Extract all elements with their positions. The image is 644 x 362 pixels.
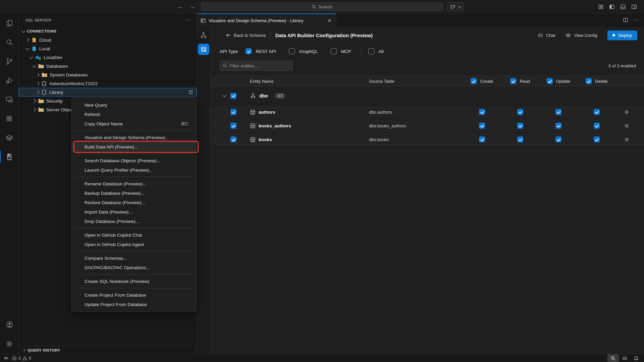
- notifications-bell[interactable]: [631, 354, 642, 362]
- entity-row-books[interactable]: books dbo.books: [210, 133, 644, 146]
- menu-item-visualize-design-schema[interactable]: Visualize and Design Schema (Preview)...: [72, 133, 196, 142]
- filter-entities-input[interactable]: [230, 63, 290, 68]
- remote-indicator-icon[interactable]: ><: [4, 356, 7, 361]
- update-checkbox[interactable]: [555, 136, 561, 142]
- api-option-rest[interactable]: REST API: [246, 48, 276, 54]
- run-debug-icon[interactable]: [0, 71, 19, 90]
- delete-checkbox[interactable]: [594, 109, 600, 115]
- mcp-checkbox[interactable]: [331, 48, 337, 54]
- menu-item-refresh[interactable]: Refresh: [72, 110, 196, 119]
- create-checkbox[interactable]: [479, 109, 485, 115]
- settings-gear-icon[interactable]: [0, 334, 19, 353]
- query-history-section[interactable]: QUERY HISTORY: [19, 346, 197, 354]
- account-icon[interactable]: [0, 315, 19, 334]
- customize-layout-icon[interactable]: [598, 4, 604, 10]
- data-api-view-button[interactable]: [198, 44, 209, 55]
- menu-item-drop-database[interactable]: Drop Database (Preview)...: [72, 217, 196, 226]
- tab-visualize-design-schema[interactable]: Visualize and Design Schema (Preview) - …: [197, 13, 336, 27]
- row-checkbox[interactable]: [230, 123, 236, 129]
- menu-item-copy-object-name[interactable]: Copy Object Name⌘C: [72, 119, 196, 128]
- api-option-graphql[interactable]: GraphQL: [289, 48, 318, 54]
- menu-item-open-copilot-chat[interactable]: Open in GitHub Copilot Chat: [72, 230, 196, 240]
- search-view-icon[interactable]: [0, 33, 19, 52]
- menu-item-create-sql-notebook[interactable]: Create SQL Notebook (Preview): [72, 277, 196, 286]
- menu-item-dacpac-bacpac[interactable]: DACPAC/BACPAC Operations...: [72, 263, 196, 272]
- row-settings-gear-icon[interactable]: [616, 137, 637, 142]
- editor-more-actions-icon[interactable]: ⋯: [633, 17, 639, 23]
- read-checkbox[interactable]: [517, 136, 523, 142]
- tree-item-system-databases[interactable]: System Databases: [19, 70, 197, 79]
- toggle-secondary-sidebar-icon[interactable]: [631, 4, 637, 10]
- problems-indicator[interactable]: 0 0: [12, 356, 31, 361]
- view-config-button[interactable]: View Config: [565, 32, 597, 38]
- delete-checkbox[interactable]: [594, 123, 600, 129]
- explorer-icon[interactable]: [0, 13, 19, 33]
- read-checkbox[interactable]: [517, 123, 523, 129]
- graphql-checkbox[interactable]: [289, 48, 295, 54]
- group-checkbox[interactable]: [230, 93, 236, 99]
- update-checkbox[interactable]: [555, 109, 561, 115]
- menu-item-search-database-objects[interactable]: Search Database Objects (Preview)...: [72, 156, 196, 165]
- create-checkbox[interactable]: [479, 136, 485, 142]
- schema-view-icon[interactable]: [200, 32, 207, 39]
- nav-forward-icon[interactable]: →: [190, 3, 196, 10]
- entity-row-authors[interactable]: authors dbo.authors: [210, 105, 644, 119]
- copilot-status[interactable]: [619, 354, 631, 362]
- copilot-chat-button[interactable]: [447, 2, 464, 11]
- menu-item-restore-database[interactable]: Restore Database (Preview)...: [72, 198, 196, 207]
- menu-item-import-data[interactable]: Import Data (Preview)...: [72, 207, 196, 217]
- api-option-all[interactable]: All: [368, 48, 384, 54]
- database-projects-icon[interactable]: [0, 147, 19, 166]
- all-checkbox[interactable]: [368, 48, 374, 54]
- toggle-sidebar-icon[interactable]: [609, 4, 615, 10]
- chat-button[interactable]: Chat: [537, 32, 555, 38]
- read-checkbox[interactable]: [517, 109, 523, 115]
- menu-item-rename-database[interactable]: Rename Database (Preview)...: [72, 179, 196, 188]
- extensions-icon[interactable]: [0, 109, 19, 128]
- nav-back-icon[interactable]: ←: [177, 3, 183, 10]
- update-checkbox[interactable]: [555, 123, 561, 129]
- source-control-icon[interactable]: [0, 52, 19, 71]
- update-all-checkbox[interactable]: [547, 78, 553, 84]
- tree-item-local[interactable]: Local: [19, 44, 197, 53]
- row-checkbox[interactable]: [230, 109, 236, 115]
- api-option-mcp[interactable]: MCP: [331, 48, 351, 54]
- toggle-panel-icon[interactable]: [620, 4, 626, 10]
- create-checkbox[interactable]: [479, 123, 485, 129]
- remote-sql-icon[interactable]: [0, 90, 19, 109]
- containers-icon[interactable]: [0, 128, 19, 147]
- delete-all-checkbox[interactable]: [586, 78, 592, 84]
- menu-item-open-copilot-agent[interactable]: Open in GitHub Copilot Agent: [72, 240, 196, 249]
- read-all-checkbox[interactable]: [510, 78, 516, 84]
- zoom-indicator[interactable]: [607, 354, 619, 362]
- connections-section-header[interactable]: CONNECTIONS: [19, 27, 197, 36]
- sidebar-more-actions-icon[interactable]: ⋯: [186, 17, 191, 23]
- menu-item-create-project[interactable]: Create Project From Database: [72, 290, 196, 300]
- menu-item-compare-schemas[interactable]: Compare Schemas...: [72, 253, 196, 263]
- row-settings-gear-icon[interactable]: [616, 123, 637, 129]
- row-settings-gear-icon[interactable]: [616, 109, 637, 115]
- back-to-schema-link[interactable]: Back to Schema: [226, 33, 266, 38]
- menu-item-launch-query-profiler[interactable]: Launch Query Profiler (Preview)...: [72, 165, 196, 175]
- tree-item-databases[interactable]: Databases: [19, 62, 197, 70]
- tree-item-library[interactable]: Library: [19, 88, 197, 97]
- row-checkbox[interactable]: [230, 136, 236, 142]
- refresh-icon[interactable]: [188, 90, 193, 95]
- tree-item-localdev[interactable]: LocalDev: [19, 53, 197, 62]
- split-editor-icon[interactable]: [623, 17, 629, 23]
- filter-entities-input-wrap[interactable]: [220, 61, 293, 71]
- entity-row-books-authors[interactable]: books_authors dbo.books_authors: [210, 119, 644, 133]
- delete-checkbox[interactable]: [594, 136, 600, 142]
- rest-api-checkbox[interactable]: [246, 48, 252, 54]
- chevron-down-icon[interactable]: [222, 93, 226, 97]
- menu-item-new-query[interactable]: New Query: [72, 100, 196, 110]
- menu-item-build-data-api[interactable]: Build Data API (Preview)...: [72, 142, 196, 152]
- tree-item-cloud[interactable]: Cloud: [19, 36, 197, 44]
- tree-item-adventureworks[interactable]: AdventureWorksLT2022: [19, 79, 197, 88]
- menu-item-update-project[interactable]: Update Project From Database: [72, 300, 196, 309]
- create-all-checkbox[interactable]: [471, 78, 477, 84]
- tab-close-icon[interactable]: ✕: [326, 17, 333, 24]
- menu-item-backup-database[interactable]: Backup Database (Preview)...: [72, 188, 196, 198]
- deploy-button[interactable]: Deploy: [607, 31, 637, 40]
- schema-group-row[interactable]: dbo 3/3: [210, 86, 644, 105]
